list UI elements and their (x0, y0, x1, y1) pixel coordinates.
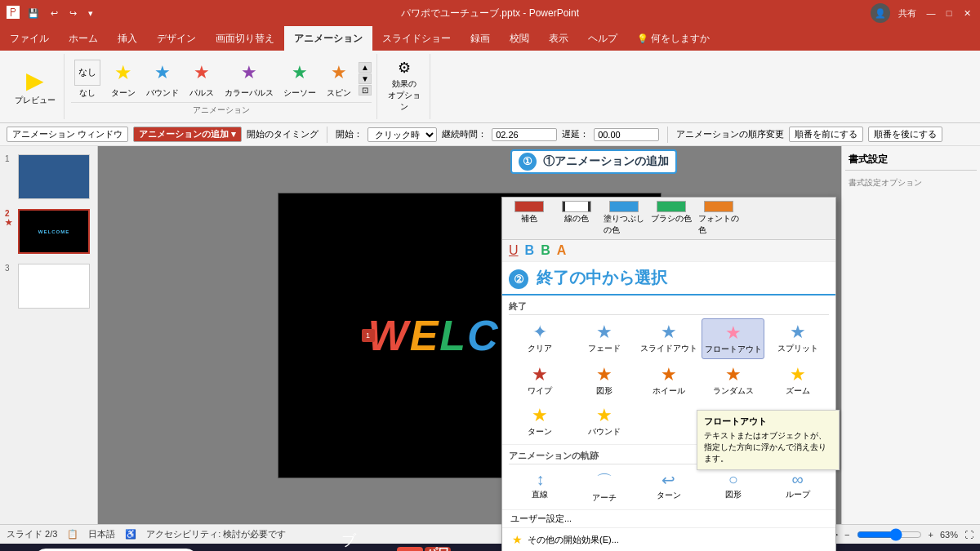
callout-1: ① ①アニメーションの追加 (510, 149, 677, 174)
anim-floatout[interactable]: ★ フロートアウト (702, 318, 764, 359)
anim-bounce-btn[interactable]: ★ バウンド (143, 58, 182, 100)
icon-a: A (557, 243, 567, 258)
quick-undo[interactable]: ↩ (47, 7, 61, 20)
motion-loop[interactable]: ∞ ループ (766, 468, 829, 506)
order-next-btn[interactable]: 順番を後にする (868, 127, 942, 142)
icon-b1: B (525, 243, 535, 258)
anim-spin-btn[interactable]: ★ スピン (323, 58, 355, 100)
anim-slideout[interactable]: ★ スライドアウト (638, 318, 701, 359)
profile-icon[interactable]: 👤 (871, 3, 890, 23)
zoom-minus[interactable]: − (844, 530, 849, 540)
taskbar-chrome[interactable]: 🌍 (314, 547, 340, 551)
delay-input[interactable] (594, 128, 659, 141)
anim-none-btn[interactable]: なし なし (71, 58, 104, 100)
duration-input[interactable] (492, 128, 557, 141)
minimize-btn[interactable]: — (924, 7, 938, 20)
tab-review[interactable]: 校閲 (500, 26, 539, 51)
animation-window-btn[interactable]: アニメーション ウィンドウ (7, 127, 128, 142)
notes-icon[interactable]: 📋 (67, 529, 78, 540)
effects-option-btn[interactable]: ⚙ 効果の オプション (384, 57, 425, 114)
user-settings[interactable]: ユーザー設定... (502, 510, 835, 528)
anim-seesaw-btn[interactable]: ★ シーソー (280, 58, 319, 100)
taskbar-explorer[interactable]: 📁 (230, 547, 256, 551)
tab-help[interactable]: ヘルプ (578, 26, 627, 51)
quick-save[interactable]: 💾 (24, 7, 42, 20)
anim-colorpulse-btn[interactable]: ★ カラーパルス (221, 58, 277, 100)
tab-record[interactable]: 録画 (461, 26, 500, 51)
anim-scroll-down[interactable]: ▼ (359, 73, 372, 84)
main-area: 1 2★ WELCOME 3 1 W E L C O M (0, 146, 980, 524)
anim-random[interactable]: ★ ランダムス (702, 361, 764, 400)
tab-search[interactable]: 💡 何をしますか (627, 26, 719, 51)
anim-zoom[interactable]: ★ ズーム (766, 361, 829, 400)
restore-btn[interactable]: □ (942, 7, 956, 20)
anim-turn[interactable]: ★ ターン (509, 402, 572, 441)
start-btn[interactable]: ⊞ (3, 545, 33, 551)
tab-home[interactable]: ホーム (59, 26, 108, 51)
fit-window[interactable]: ⛶ (964, 530, 973, 540)
more-start-effects[interactable]: ★ その他の開始効果(E)... (509, 531, 829, 548)
slide-img-1[interactable] (18, 154, 90, 199)
anim-split-icon: ★ (790, 322, 806, 343)
slide-thumb-2[interactable]: 2★ WELCOME (3, 207, 94, 256)
anim-wipe[interactable]: ★ ワイプ (509, 361, 572, 400)
anim-scroll-up[interactable]: ▲ (359, 62, 372, 73)
slide-panel: 1 2★ WELCOME 3 (0, 146, 98, 524)
more-emphasis-effects[interactable]: ★ その他の強調効果(M)... (509, 548, 829, 551)
tab-file[interactable]: ファイル (0, 26, 59, 51)
slide-img-2[interactable]: WELCOME (18, 209, 90, 254)
zoom-slider[interactable] (857, 528, 922, 541)
color-swatch-5: フォントの色 (698, 201, 739, 236)
tab-view[interactable]: 表示 (539, 26, 578, 51)
quick-redo[interactable]: ↪ (66, 7, 80, 20)
order-prev-btn[interactable]: 順番を前にする (789, 127, 863, 142)
motion-loop-icon: ∞ (791, 470, 803, 489)
window-title: パワポでユーチューブ.pptx - PowerPoint (401, 7, 579, 20)
motion-turn[interactable]: ↩ ターン (638, 468, 701, 506)
anim-clear[interactable]: ✦ クリア (509, 318, 572, 359)
anim-expand[interactable]: ⊡ (359, 85, 372, 96)
anim-bound[interactable]: ★ バウンド (573, 402, 636, 441)
motion-shape[interactable]: ○ 図形 (702, 468, 764, 506)
trigger-label: 開始のタイミング (247, 128, 318, 140)
add-animation-btn[interactable]: アニメーションの追加 ▾ (133, 127, 242, 142)
taskbar-paint[interactable]: PSP (397, 547, 423, 551)
motion-arch-icon: ⌒ (596, 470, 612, 492)
anim-fade[interactable]: ★ フェード (573, 318, 636, 359)
anim-pulse-btn[interactable]: ★ パルス (185, 58, 218, 100)
motion-arch[interactable]: ⌒ アーチ (573, 468, 636, 506)
slide-img-3[interactable] (18, 264, 90, 309)
tab-insert[interactable]: 挿入 (108, 26, 147, 51)
right-panel-content: 書式設定オプション (845, 171, 977, 195)
taskbar-files[interactable]: 📂 (369, 547, 395, 551)
task-view-btn[interactable]: ⊞ (199, 545, 229, 551)
anim-bounce-icon: ★ (149, 60, 176, 86)
tab-slideshow[interactable]: スライドショー (372, 26, 461, 51)
taskbar-store[interactable]: 🏪 (286, 547, 312, 551)
tab-animations[interactable]: アニメーション (284, 26, 372, 51)
zoom-plus[interactable]: + (929, 530, 933, 540)
motion-line[interactable]: ↕ 直線 (509, 468, 572, 506)
share-btn[interactable]: 共有 (895, 6, 920, 21)
anim-split[interactable]: ★ スプリット (766, 318, 829, 359)
close-btn[interactable]: ✕ (960, 7, 973, 20)
taskbar-edge[interactable]: 🌐 (258, 547, 284, 551)
ribbon-group-preview: ▶ プレビュー (7, 54, 65, 119)
slide-thumb-3[interactable]: 3 (3, 262, 94, 310)
quick-more[interactable]: ▾ (85, 7, 96, 20)
taskbar-blog[interactable]: ブログ... (341, 547, 368, 551)
language: 日本語 (88, 528, 115, 540)
preview-btn[interactable]: ▶ プレビュー (11, 65, 59, 108)
anim-shape[interactable]: ★ 図形 (573, 361, 636, 400)
anim-wheel[interactable]: ★ ホイール (638, 361, 701, 400)
taskbar-powerpoint[interactable]: パワポ... (425, 547, 451, 551)
anim-turn-btn[interactable]: ★ ターン (107, 58, 140, 100)
callout-2-text: ② 終了の中から選択 (509, 269, 667, 287)
start-dropdown[interactable]: クリック時 (368, 127, 437, 142)
color-swatch-3: 塗りつぶしの色 (604, 201, 644, 236)
motion-turn-icon: ↩ (662, 470, 675, 490)
tab-design[interactable]: デザイン (147, 26, 206, 51)
tab-transitions[interactable]: 画面切り替え (206, 26, 284, 51)
slide-thumb-1[interactable]: 1 (3, 153, 94, 201)
slide-welcome-text: WELCOME (38, 229, 69, 234)
